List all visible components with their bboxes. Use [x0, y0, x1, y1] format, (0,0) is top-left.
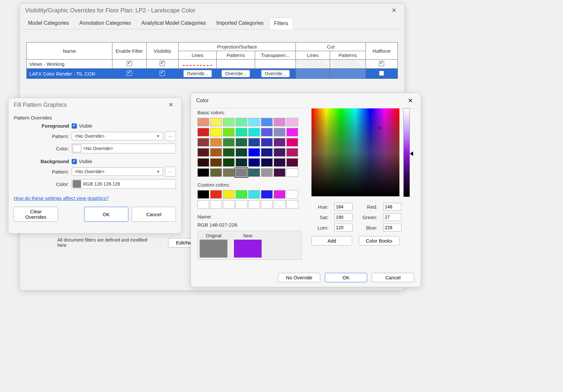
- custom-color-cell[interactable]: [236, 200, 247, 209]
- basic-color-cell[interactable]: [248, 168, 260, 177]
- basic-color-cell[interactable]: [236, 158, 247, 167]
- tab-filters[interactable]: Filters: [269, 18, 293, 29]
- basic-color-cell[interactable]: [236, 128, 247, 136]
- basic-color-cell[interactable]: [261, 158, 273, 167]
- tab-model-categories[interactable]: Model Categories: [23, 17, 74, 29]
- basic-color-cell[interactable]: [210, 128, 222, 136]
- add-button[interactable]: Add: [311, 236, 352, 245]
- lum-input[interactable]: [334, 224, 353, 231]
- no-override-button[interactable]: No Override: [278, 273, 320, 282]
- basic-color-cell[interactable]: [223, 148, 235, 157]
- basic-color-cell[interactable]: [223, 128, 235, 136]
- custom-color-cell[interactable]: [274, 190, 285, 199]
- basic-color-cell[interactable]: [197, 128, 209, 136]
- basic-color-cell[interactable]: [223, 158, 235, 167]
- cancel-button[interactable]: Cancel: [132, 207, 176, 222]
- bg-pattern-dropdown[interactable]: <No Override> ▼: [72, 167, 163, 176]
- tab-annotation-categories[interactable]: Annotation Categories: [74, 17, 136, 29]
- ok-button[interactable]: OK: [84, 207, 128, 222]
- tab-imported-categories[interactable]: Imported Categories: [211, 17, 268, 29]
- halftone-checkbox[interactable]: [379, 61, 384, 66]
- custom-color-cell[interactable]: [261, 190, 273, 199]
- custom-color-cell[interactable]: [286, 190, 298, 199]
- basic-color-cell[interactable]: [248, 118, 260, 126]
- hue-input[interactable]: [334, 203, 353, 211]
- close-icon[interactable]: ✕: [389, 6, 399, 15]
- basic-color-cell[interactable]: [248, 148, 260, 157]
- basic-color-cell[interactable]: [210, 138, 222, 147]
- basic-color-cell[interactable]: [236, 138, 247, 147]
- basic-color-cell[interactable]: [197, 148, 209, 157]
- basic-color-cell[interactable]: [261, 118, 273, 126]
- basic-color-cell[interactable]: [274, 138, 285, 147]
- basic-color-cell[interactable]: [248, 138, 260, 147]
- help-link[interactable]: How do these settings affect view graphi…: [14, 195, 109, 201]
- basic-color-cell[interactable]: [197, 138, 209, 147]
- proj-lines-cell[interactable]: [178, 60, 217, 69]
- bg-color-field[interactable]: RGB 128-128-128: [72, 179, 176, 189]
- basic-color-cell[interactable]: [236, 148, 247, 157]
- basic-color-cell[interactable]: [274, 118, 285, 126]
- basic-color-cell[interactable]: [223, 138, 235, 147]
- table-row[interactable]: Views - Working: [27, 60, 398, 69]
- blue-input[interactable]: [383, 224, 401, 231]
- basic-color-cell[interactable]: [248, 158, 260, 167]
- basic-color-cell[interactable]: [197, 168, 209, 177]
- basic-color-cell[interactable]: [197, 158, 209, 167]
- fg-visible-check[interactable]: Visible: [72, 123, 92, 129]
- bg-pattern-browse-button[interactable]: ...: [165, 167, 176, 176]
- halftone-checkbox[interactable]: [379, 71, 384, 76]
- basic-color-cell[interactable]: [286, 148, 298, 157]
- sat-input[interactable]: [334, 213, 353, 221]
- basic-color-cell[interactable]: [210, 148, 222, 157]
- basic-color-cell[interactable]: [223, 118, 235, 126]
- basic-color-cell[interactable]: [261, 148, 273, 157]
- ok-button[interactable]: OK: [325, 273, 367, 282]
- basic-color-cell[interactable]: [261, 128, 273, 136]
- basic-color-cell[interactable]: [274, 128, 285, 136]
- custom-color-cell[interactable]: [248, 200, 260, 209]
- color-books-button[interactable]: Color Books: [359, 236, 399, 245]
- custom-color-cell[interactable]: [274, 200, 285, 209]
- tab-analytical-categories[interactable]: Analytical Model Categories: [137, 17, 211, 29]
- basic-color-cell[interactable]: [286, 128, 298, 136]
- custom-color-cell[interactable]: [223, 190, 235, 199]
- basic-color-cell[interactable]: [210, 118, 222, 126]
- custom-color-cell[interactable]: [210, 190, 222, 199]
- color-gradient-picker[interactable]: ✢: [311, 108, 399, 196]
- enable-checkbox[interactable]: [127, 61, 132, 66]
- custom-color-cell[interactable]: [223, 200, 235, 209]
- fg-pattern-browse-button[interactable]: ...: [165, 131, 176, 141]
- basic-color-cell[interactable]: [236, 168, 247, 177]
- cancel-button[interactable]: Cancel: [372, 273, 414, 282]
- custom-color-cell[interactable]: [286, 200, 298, 209]
- red-input[interactable]: [383, 203, 401, 211]
- basic-color-cell[interactable]: [274, 148, 285, 157]
- custom-color-cell[interactable]: [197, 190, 209, 199]
- custom-color-cell[interactable]: [210, 200, 222, 209]
- basic-color-cell[interactable]: [248, 128, 260, 136]
- table-row[interactable]: LAFX Color Render - TIL COR Override... …: [27, 69, 398, 79]
- override-patterns-btn[interactable]: Override...: [222, 70, 250, 77]
- visibility-checkbox[interactable]: [160, 71, 165, 76]
- luminance-arrow-icon[interactable]: [410, 151, 413, 156]
- basic-color-cell[interactable]: [210, 168, 222, 177]
- basic-color-cell[interactable]: [274, 168, 285, 177]
- bg-visible-check[interactable]: Visible: [72, 159, 92, 164]
- fg-color-field[interactable]: <No Override>: [72, 144, 176, 153]
- basic-color-cell[interactable]: [286, 168, 298, 177]
- basic-color-cell[interactable]: [286, 118, 298, 126]
- green-input[interactable]: [383, 213, 401, 221]
- proj-transp-cell[interactable]: [255, 60, 296, 69]
- close-icon[interactable]: ✕: [405, 96, 415, 105]
- proj-patterns-cell[interactable]: [217, 60, 255, 69]
- custom-color-cell[interactable]: [261, 200, 273, 209]
- fg-pattern-dropdown[interactable]: <No Override> ▼: [72, 132, 163, 140]
- basic-color-cell[interactable]: [286, 158, 298, 167]
- clear-overrides-button[interactable]: Clear Overrides: [14, 207, 58, 222]
- visibility-checkbox[interactable]: [160, 61, 165, 66]
- basic-color-cell[interactable]: [236, 118, 247, 126]
- luminance-bar[interactable]: [403, 108, 410, 197]
- close-icon[interactable]: ✕: [166, 101, 176, 109]
- enable-checkbox[interactable]: [127, 71, 132, 76]
